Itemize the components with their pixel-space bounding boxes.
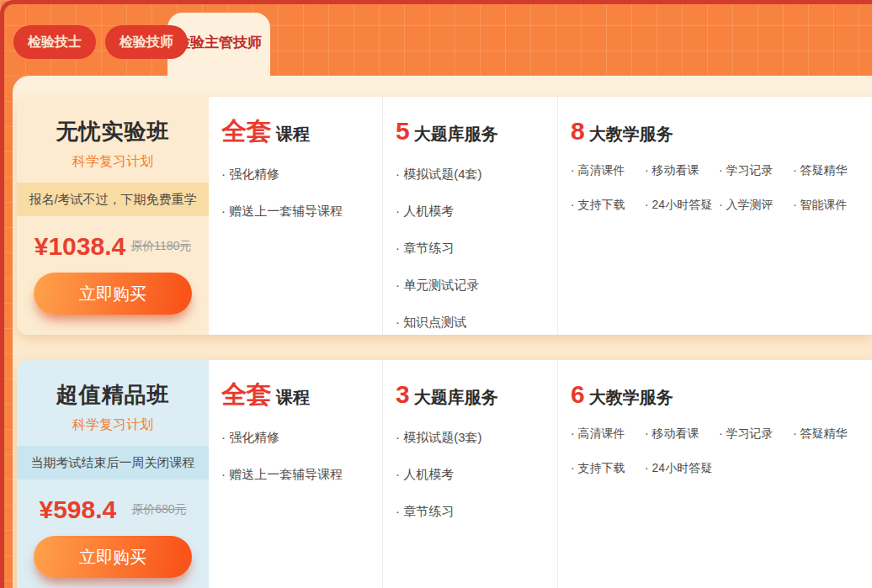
column-question-bank: 5 大题库服务 模拟试题(4套) 人机模考 章节练习 单元测试记录 知识点测试 [383, 97, 558, 335]
course-services: 全套 课程 强化精修 赠送上一套辅导课程 5 大题库服务 模拟试题(4套) 人机… [209, 97, 872, 335]
service-item: 章节练习 [396, 241, 557, 257]
service-item: 移动看课 [645, 163, 719, 178]
service-item: 移动看课 [645, 426, 719, 442]
column-courses: 全套 课程 强化精修 赠送上一套辅导课程 [209, 97, 383, 335]
service-item: 赠送上一套辅导课程 [221, 204, 382, 220]
service-item: 知识点测试 [396, 315, 557, 331]
course-close-note: 当期考试结束后一周关闭课程 [17, 446, 209, 479]
course-summary-chaozhi: 超值精品班 科学复习计划 当期考试结束后一周关闭课程 ¥598.4 原价680元… [17, 360, 209, 588]
column-highlight: 5 [396, 119, 410, 144]
service-item: 人机模考 [396, 204, 557, 220]
column-teaching-services: 6 大教学服务 高清课件 移动看课 学习记录 答疑精华 支持下载 24小时答疑 [558, 360, 872, 588]
column-title: 大题库服务 [414, 386, 498, 409]
service-item: 单元测试记录 [396, 278, 557, 294]
column-header: 全套 课程 [221, 382, 382, 409]
service-item: 高清课件 [571, 426, 645, 442]
service-item: 智能课件 [793, 198, 867, 213]
service-item: 强化精修 [221, 167, 382, 183]
tab-jianyan-jishi-2[interactable]: 检验技师 [105, 25, 188, 59]
buy-now-button[interactable]: 立即购买 [34, 536, 192, 578]
current-price: ¥598.4 [39, 495, 116, 524]
service-item: 支持下载 [571, 198, 645, 213]
column-title: 大教学服务 [589, 123, 673, 146]
service-item: 人机模考 [396, 467, 557, 483]
course-card-wuyou: 无忧实验班 科学复习计划 报名/考试不过，下期免费重学 ¥1038.4 原价11… [17, 97, 872, 335]
column-header: 6 大教学服务 [571, 382, 872, 409]
service-item: 答疑精华 [793, 163, 867, 178]
column-title: 大教学服务 [589, 386, 673, 409]
service-item: 赠送上一套辅导课程 [221, 467, 382, 483]
course-card-chaozhi: 超值精品班 科学复习计划 当期考试结束后一周关闭课程 ¥598.4 原价680元… [17, 360, 872, 588]
original-price: 原价1180元 [130, 239, 191, 254]
course-services: 全套 课程 强化精修 赠送上一套辅导课程 3 大题库服务 模拟试题(3套) 人机… [209, 360, 872, 588]
course-plan-label: 科学复习计划 [17, 416, 209, 434]
course-title: 无忧实验班 [17, 117, 209, 146]
service-item: 入学测评 [719, 198, 793, 213]
service-item: 答疑精华 [793, 426, 867, 442]
column-teaching-services: 8 大教学服务 高清课件 移动看课 学习记录 答疑精华 支持下载 24小时答疑 … [558, 97, 872, 335]
teaching-service-grid: 高清课件 移动看课 学习记录 答疑精华 支持下载 24小时答疑 入学测评 智能课… [571, 163, 872, 213]
column-highlight: 3 [396, 382, 410, 407]
service-item: 模拟试题(3套) [396, 430, 557, 446]
service-item: 模拟试题(4套) [396, 167, 557, 183]
price-row: ¥1038.4 原价1180元 [17, 232, 209, 261]
column-header: 全套 课程 [221, 119, 382, 146]
content-panel: 无忧实验班 科学复习计划 报名/考试不过，下期免费重学 ¥1038.4 原价11… [13, 76, 872, 588]
column-courses: 全套 课程 强化精修 赠送上一套辅导课程 [209, 360, 383, 588]
service-item: 高清课件 [571, 163, 645, 178]
column-question-bank: 3 大题库服务 模拟试题(3套) 人机模考 章节练习 [383, 360, 558, 588]
service-item: 支持下载 [571, 461, 645, 476]
price-row: ¥598.4 原价680元 [17, 495, 209, 524]
column-title: 大题库服务 [414, 123, 498, 146]
service-item: 学习记录 [719, 426, 793, 442]
course-title: 超值精品班 [17, 380, 209, 410]
column-header: 5 大题库服务 [396, 119, 557, 146]
column-highlight: 全套 [221, 119, 272, 144]
teaching-service-grid: 高清课件 移动看课 学习记录 答疑精华 支持下载 24小时答疑 [571, 426, 872, 476]
tab-jianyan-jishi[interactable]: 检验技士 [13, 25, 96, 59]
course-guarantee-note: 报名/考试不过，下期免费重学 [17, 183, 209, 216]
buy-now-button[interactable]: 立即购买 [34, 273, 192, 315]
service-item: 强化精修 [221, 430, 382, 446]
column-highlight: 全套 [221, 382, 272, 407]
service-item: 章节练习 [396, 504, 557, 520]
service-item: 24小时答疑 [645, 198, 719, 213]
original-price: 原价680元 [131, 502, 186, 517]
column-highlight: 6 [571, 382, 585, 407]
column-highlight: 8 [571, 119, 585, 144]
service-item: 学习记录 [719, 163, 793, 178]
column-title: 课程 [276, 386, 310, 409]
course-summary-wuyou: 无忧实验班 科学复习计划 报名/考试不过，下期免费重学 ¥1038.4 原价11… [17, 97, 209, 335]
column-title: 课程 [276, 123, 310, 146]
column-header: 3 大题库服务 [396, 382, 557, 409]
tab-bar: 检验技士 检验技师 [13, 25, 188, 59]
column-header: 8 大教学服务 [571, 119, 872, 146]
current-price: ¥1038.4 [35, 232, 125, 261]
service-item: 24小时答疑 [645, 461, 719, 476]
course-plan-label: 科学复习计划 [17, 153, 209, 171]
